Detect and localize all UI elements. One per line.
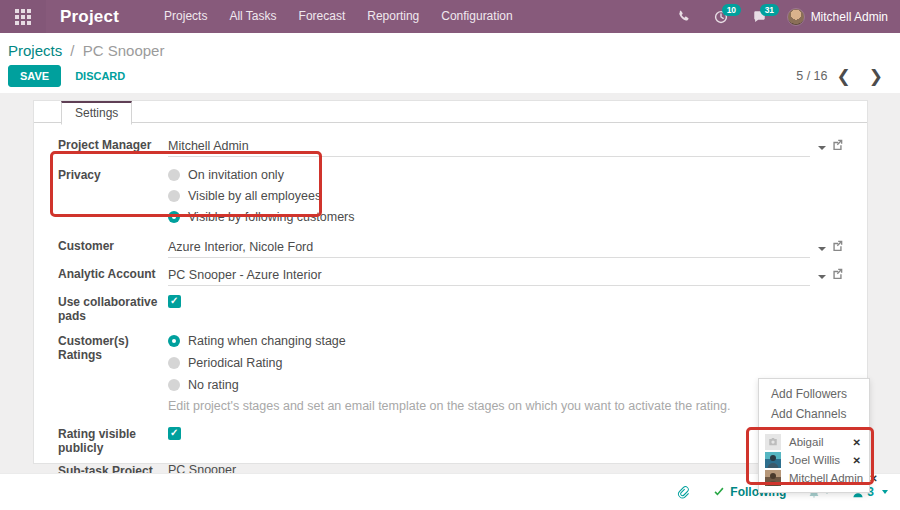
analytic-account-input[interactable]: PC Snooper - Azure Interior xyxy=(168,267,810,286)
messages-badge: 31 xyxy=(760,4,779,16)
follower-row-joel-willis[interactable]: Joel Willis ✕ xyxy=(759,451,869,469)
privacy-option-employees[interactable]: Visible by all employees xyxy=(168,185,355,206)
project-manager-label: Project Manager xyxy=(58,136,168,157)
collaborative-pads-checkbox[interactable] xyxy=(168,295,181,308)
attachments-button[interactable] xyxy=(677,485,691,500)
follower-name: Abigail xyxy=(789,436,847,448)
menu-reporting[interactable]: Reporting xyxy=(356,0,430,33)
follower-name: Joel Willis xyxy=(789,454,847,466)
save-button[interactable]: SAVE xyxy=(8,65,61,87)
follower-row-mitchell-admin[interactable]: Mitchell Admin ✕ xyxy=(759,469,869,487)
activities-button[interactable]: 10 xyxy=(702,0,740,33)
rating-option-periodical[interactable]: Periodical Rating xyxy=(168,352,346,374)
check-icon xyxy=(713,486,725,498)
phone-icon xyxy=(677,10,690,23)
add-channels-menu-item[interactable]: Add Channels xyxy=(759,404,869,424)
user-menu[interactable]: Mitchell Admin xyxy=(779,8,900,26)
app-title: Project xyxy=(60,7,119,27)
radio-selected-icon xyxy=(168,211,180,223)
menu-all-tasks[interactable]: All Tasks xyxy=(218,0,287,33)
control-panel: Projects / PC Snooper SAVE DISCARD 5 / 1… xyxy=(0,33,900,93)
radio-unselected-icon xyxy=(168,190,180,202)
breadcrumb-current: PC Snooper xyxy=(83,42,165,59)
apps-menu-button[interactable] xyxy=(0,0,46,33)
analytic-account-label: Analytic Account xyxy=(58,265,168,286)
ratings-help-text: Edit project's stages and set an email t… xyxy=(168,399,730,413)
remove-follower-button[interactable]: ✕ xyxy=(847,437,861,448)
rating-option-changing-stage[interactable]: Rating when changing stage xyxy=(168,330,346,352)
radio-unselected-icon xyxy=(168,169,180,181)
apps-grid-icon xyxy=(15,9,31,25)
collaborative-pads-label: Use collaborative pads xyxy=(58,293,168,323)
follower-row-abigail[interactable]: Abigail ✕ xyxy=(759,433,869,451)
radio-unselected-icon xyxy=(168,357,180,369)
remove-follower-button[interactable]: ✕ xyxy=(847,455,861,466)
project-manager-external-link-icon[interactable] xyxy=(832,136,843,154)
pager-next-button[interactable]: ❯ xyxy=(860,68,892,85)
pager: 5 / 16 ❮ ❯ xyxy=(796,68,892,85)
rating-option-none[interactable]: No rating xyxy=(168,374,346,396)
customer-external-link-icon[interactable] xyxy=(832,237,843,255)
field-analytic-account: Analytic Account PC Snooper - Azure Inte… xyxy=(58,265,843,286)
menu-projects[interactable]: Projects xyxy=(153,0,218,33)
remove-follower-button[interactable]: ✕ xyxy=(863,473,877,484)
field-collaborative-pads: Use collaborative pads xyxy=(58,293,843,323)
user-name: Mitchell Admin xyxy=(811,10,888,24)
main-menu: Projects All Tasks Forecast Reporting Co… xyxy=(153,0,524,33)
pager-previous-button[interactable]: ❮ xyxy=(828,68,860,85)
analytic-account-external-link-icon[interactable] xyxy=(832,265,843,283)
privacy-label: Privacy xyxy=(58,164,168,227)
messages-button[interactable]: 31 xyxy=(740,0,779,33)
radio-unselected-icon xyxy=(168,379,180,391)
rating-visible-label: Rating visible publicly xyxy=(58,425,168,455)
notebook-tabbar: Settings xyxy=(34,101,867,123)
breadcrumb-separator: / xyxy=(70,42,74,59)
rating-visible-checkbox[interactable] xyxy=(168,427,181,440)
menu-configuration[interactable]: Configuration xyxy=(430,0,523,33)
placeholder-avatar-camera-icon xyxy=(765,434,781,450)
menu-forecast[interactable]: Forecast xyxy=(288,0,357,33)
field-project-manager: Project Manager Mitchell Admin xyxy=(58,136,843,157)
follower-avatar xyxy=(765,452,781,468)
top-navbar: Project Projects All Tasks Forecast Repo… xyxy=(0,0,900,33)
project-manager-input[interactable]: Mitchell Admin xyxy=(168,138,810,157)
follower-avatar xyxy=(765,470,781,486)
analytic-account-dropdown-caret-icon[interactable] xyxy=(818,275,826,279)
discard-button[interactable]: DISCARD xyxy=(75,70,125,82)
followers-caret-icon xyxy=(882,490,888,494)
privacy-radio-group: On invitation only Visible by all employ… xyxy=(168,164,355,227)
tab-settings[interactable]: Settings xyxy=(61,101,132,125)
privacy-option-invitation[interactable]: On invitation only xyxy=(168,164,355,185)
activities-badge: 10 xyxy=(722,4,741,16)
field-customer: Customer Azure Interior, Nicole Ford xyxy=(58,237,843,258)
radio-selected-icon xyxy=(168,335,180,347)
field-rating-visible: Rating visible publicly xyxy=(58,425,843,455)
customer-input[interactable]: Azure Interior, Nicole Ford xyxy=(168,239,810,258)
follower-name: Mitchell Admin xyxy=(789,472,863,484)
followers-dropdown-menu: Add Followers Add Channels Abigail ✕ Joe… xyxy=(758,378,870,493)
customer-label: Customer xyxy=(58,237,168,258)
privacy-option-customers[interactable]: Visible by following customers xyxy=(168,206,355,227)
breadcrumb: Projects / PC Snooper xyxy=(0,33,900,59)
customer-dropdown-caret-icon[interactable] xyxy=(818,247,826,251)
ratings-radio-group: Rating when changing stage Periodical Ra… xyxy=(168,330,346,396)
dropdown-divider xyxy=(759,428,869,429)
breadcrumb-projects-link[interactable]: Projects xyxy=(8,42,62,59)
pager-value: 5 / 16 xyxy=(796,69,827,83)
field-customer-ratings: Customer(s) Ratings Rating when changing… xyxy=(58,330,843,396)
phone-button[interactable] xyxy=(665,0,702,33)
customer-ratings-label: Customer(s) Ratings xyxy=(58,330,168,396)
form-sheet: Settings Project Manager Mitchell Admin … xyxy=(33,100,868,464)
field-privacy: Privacy On invitation only Visible by al… xyxy=(58,164,843,227)
paperclip-icon xyxy=(677,485,691,500)
project-manager-dropdown-caret-icon[interactable] xyxy=(818,146,826,150)
add-followers-menu-item[interactable]: Add Followers xyxy=(759,384,869,404)
user-avatar xyxy=(787,8,805,26)
